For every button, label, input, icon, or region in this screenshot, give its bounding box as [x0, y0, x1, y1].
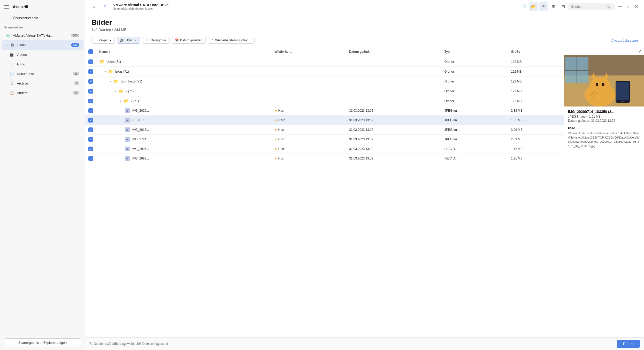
row-name: 2 (71) [131, 99, 139, 103]
row-checkbox[interactable]: ✓ [88, 137, 93, 142]
search-input[interactable] [571, 5, 605, 9]
sidebar-item-overview[interactable]: ⊞ Übersichtstabelle [2, 13, 83, 22]
table-row[interactable]: ✓▾📁2 (71)Ordner122 MB [85, 96, 564, 106]
maximize-button[interactable]: □ [624, 3, 632, 10]
header-groesse[interactable]: Größe [508, 47, 564, 57]
table-row[interactable]: ✓▣IMG_2020...★ Hoch31.03.2023 13:02JPEG … [85, 106, 564, 116]
star-icon[interactable]: ★ [274, 157, 277, 160]
row-size: 1,17 MB [508, 144, 564, 154]
filter-dateigröße-button[interactable]: 📄 Dateigröße [142, 37, 169, 44]
filter-show-button[interactable]: ☰ Zeigen ▾ [91, 37, 115, 44]
explorer-view-button[interactable]: Scanergebnis in Explorer zeigen [4, 338, 81, 347]
filter-wiederherstellung-button[interactable]: ☆ Wiederherstellungschan... [208, 37, 255, 44]
quality-label: Hoch [278, 157, 286, 160]
open-folder-button[interactable]: 📂 [529, 2, 538, 11]
retten-button[interactable]: Retten [617, 340, 640, 348]
home-button[interactable]: ⌂ [89, 2, 98, 11]
row-checkbox[interactable]: ✓ [88, 127, 93, 132]
sort-down-icon: ↓ [109, 50, 110, 54]
row-checkbox[interactable]: ✓ [88, 108, 93, 113]
table-row[interactable]: ✓▣IMG_2998...★ Hoch31.03.2023 13:02HEIC … [85, 154, 564, 163]
row-size: 122 MB [508, 96, 564, 106]
filter-show-icon: ☰ [95, 39, 98, 42]
svg-point-8 [602, 83, 604, 86]
header-check[interactable]: — [85, 47, 96, 57]
drive-label: VMware Virtual SATA Ha... [13, 34, 68, 37]
drive-icon: 💿 [6, 33, 10, 38]
detail-expand-button[interactable]: ⤢ [638, 49, 641, 54]
table-row[interactable]: ✓📁Users (71)Ordner122 MB [85, 57, 564, 67]
row-checkbox[interactable]: ✓ [88, 79, 93, 84]
star-icon[interactable]: ★ [274, 109, 277, 112]
row-checkbox[interactable]: ✓ [88, 59, 93, 64]
row-date [346, 77, 441, 86]
list-view-button[interactable]: ≡ [539, 2, 548, 11]
star-icon[interactable]: ★ [274, 128, 277, 132]
svg-rect-15 [621, 101, 624, 102]
titlebar-info: VMware Virtual SATA Hard Drive Scan erfo… [113, 3, 516, 10]
sidebar-item-audio[interactable]: ♪ Audio [2, 59, 83, 69]
header-typ[interactable]: Typ [441, 47, 508, 57]
file-thumbnail: ▣ [125, 127, 130, 132]
hash-icon[interactable]: # [143, 118, 144, 122]
overview-label: Übersichtstabelle [13, 16, 79, 20]
sidebar-item-bilder[interactable]: ▾ 🖼 Bilder 142 [2, 40, 83, 50]
sidebar-item-drive[interactable]: 💿 VMware Virtual SATA Ha... 203 [2, 31, 83, 40]
sidebar-item-archive[interactable]: › 🗄 Archive 2 [2, 79, 83, 88]
row-checkbox[interactable]: ✓ [88, 156, 93, 161]
bilder-label: Bilder [17, 43, 68, 47]
row-date: 31.03.2023 13:02 [346, 154, 441, 163]
table-row[interactable]: ✓▣I...👁#★ Hoch31.03.2023 13:02JPEG Im...… [85, 116, 564, 125]
sidebar-item-videos[interactable]: 🎬 Videos [2, 50, 83, 59]
row-checkbox[interactable]: ✓ [88, 89, 93, 94]
sidebar-item-andere[interactable]: › 📋 Andere 44 [2, 88, 83, 97]
table-row[interactable]: ✓▾📁Downloads (71)Ordner122 MB [85, 77, 564, 86]
row-date: 31.03.2023 13:02 [346, 106, 441, 116]
filter-datum-button[interactable]: 📅 Datum geändert [172, 37, 206, 44]
file-thumbnail: ▣ [125, 118, 130, 123]
scan-success-button[interactable]: ✓ [100, 2, 109, 11]
row-checkbox[interactable]: ✓ [88, 118, 93, 123]
table-area: — Name ↓ Wiederher... Datum geänd... [85, 47, 644, 337]
table-row[interactable]: ✓▾📁2 (71)Ordner122 MB [85, 86, 564, 96]
row-checkbox[interactable]: ✓ [88, 147, 93, 151]
row-quality [271, 77, 346, 86]
header-wiederher[interactable]: Wiederher... [271, 47, 346, 57]
file-thumbnail: ▣ [125, 147, 130, 151]
filter-bilder-close-icon[interactable]: ✕ [134, 39, 137, 42]
row-size: 3,09 MB [508, 125, 564, 135]
app-title: Disk Drill [11, 5, 28, 9]
row-size: 2,09 MB [508, 135, 564, 144]
row-type: JPEG Im... [441, 106, 508, 116]
row-date: 31.03.2023 13:02 [346, 125, 441, 135]
header-name[interactable]: Name ↓ [96, 47, 271, 57]
table-row[interactable]: ✓▣IMG_2997...★ Hoch31.03.2023 13:02HEIC … [85, 144, 564, 154]
hamburger-icon[interactable] [4, 5, 9, 9]
row-quality [271, 57, 346, 67]
star-icon[interactable]: ★ [274, 138, 277, 141]
andere-badge: 44 [73, 91, 79, 95]
header-datum[interactable]: Datum geänd... [346, 47, 441, 57]
archive-label: Archive [17, 81, 72, 85]
row-checkbox[interactable]: ✓ [88, 69, 93, 74]
new-file-button[interactable]: 📄 [519, 2, 528, 11]
star-icon[interactable]: ★ [274, 118, 277, 122]
sidebar-item-dokumente[interactable]: › 📄 Dokumente 15 [2, 69, 83, 78]
table-row[interactable]: ✓▣IMG_2613...★ Hoch31.03.2023 13:02JPEG … [85, 125, 564, 135]
star-icon[interactable]: ★ [274, 147, 277, 151]
select-all-checkbox[interactable]: — [88, 49, 93, 54]
filter-bilder-button[interactable]: 🖼 Bilder ✕ [117, 37, 140, 44]
status-text: 71 Dateien (122 MB) ausgewählt, 203 Date… [89, 342, 168, 346]
eye-icon[interactable]: 👁 [137, 118, 141, 122]
detail-path: \Gelöscht oder verloren\VMware Virtual S… [568, 131, 640, 148]
row-type: Ordner [441, 96, 508, 106]
grid-view-button[interactable]: ⊞ [549, 2, 558, 11]
table-row[interactable]: ✓▾📁lukas (71)Ordner122 MB [85, 67, 564, 77]
row-checkbox[interactable]: ✓ [88, 99, 93, 103]
table-row[interactable]: ✓▣IMG_2724...★ Hoch31.03.2023 13:02JPEG … [85, 135, 564, 144]
panel-view-button[interactable]: ⊟ [559, 2, 568, 11]
minimize-button[interactable]: — [616, 3, 623, 10]
filter-reset-link[interactable]: Alle zurücksetzen [611, 39, 638, 42]
quality-label: Hoch [278, 128, 286, 132]
close-button[interactable]: ✕ [633, 3, 640, 10]
